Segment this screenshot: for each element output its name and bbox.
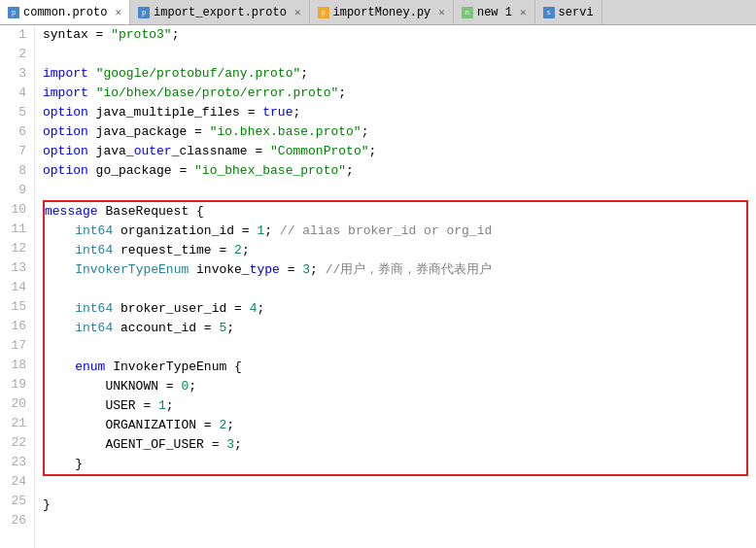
line-num-25: 25	[4, 492, 26, 511]
code-line-26	[43, 515, 748, 534]
line-num-1: 1	[4, 25, 26, 45]
line-num-6: 6	[4, 122, 26, 142]
line-num-16: 16	[4, 317, 26, 336]
tab-close-importmoney[interactable]: ✕	[438, 6, 445, 18]
code-line-1: syntax = "proto3";	[43, 25, 748, 45]
editor-body: 1 2 3 4 5 6 7 8 9 10 11 12 13 14 15 16 1…	[0, 25, 756, 548]
line-num-7: 7	[4, 142, 26, 161]
code-line-18: enum InvokerTypeEnum {	[45, 358, 746, 377]
line-num-13: 13	[4, 258, 26, 278]
line-num-15: 15	[4, 297, 26, 317]
tab-label-new1: new 1	[477, 6, 512, 19]
line-num-12: 12	[4, 239, 26, 258]
line-num-10: 10	[4, 200, 26, 220]
code-line-15: int64 broker_user_id = 4;	[45, 299, 746, 319]
tab-import-export-proto[interactable]: p import_export.proto ✕	[130, 0, 309, 25]
line-num-9: 9	[4, 181, 26, 200]
code-line-21: ORGANIZATION = 2;	[45, 416, 746, 435]
tab-common-proto[interactable]: p common.proto ✕	[0, 0, 130, 25]
py-file-icon: p	[318, 7, 329, 18]
code-line-5: option java_multiple_files = true;	[43, 103, 748, 122]
code-line-17	[45, 338, 746, 358]
line-num-14: 14	[4, 278, 26, 297]
line-num-23: 23	[4, 453, 26, 472]
tab-label-importmoney: importMoney.py	[333, 6, 431, 19]
tab-label-common-proto: common.proto	[23, 6, 107, 19]
code-line-10: message BaseRequest {	[45, 202, 746, 222]
line-num-21: 21	[4, 414, 26, 433]
line-num-19: 19	[4, 375, 26, 394]
proto-file-icon-2: p	[138, 7, 150, 18]
code-line-19: UNKNOWN = 0;	[45, 377, 746, 396]
editor-window: p common.proto ✕ p import_export.proto ✕…	[0, 0, 756, 548]
line-num-22: 22	[4, 433, 26, 453]
serv-file-icon: s	[543, 7, 555, 18]
line-num-17: 17	[4, 336, 26, 356]
proto-file-icon: p	[8, 7, 19, 18]
code-area[interactable]: syntax = "proto3"; import "google/protob…	[35, 25, 756, 548]
code-line-7: option java_outer_classname = "CommonPro…	[43, 142, 748, 161]
code-line-14	[45, 280, 746, 299]
tab-label-import-export: import_export.proto	[154, 6, 287, 19]
code-line-6: option java_package = "io.bhex.base.prot…	[43, 122, 748, 142]
line-num-3: 3	[4, 64, 26, 84]
line-num-24: 24	[4, 472, 26, 492]
line-num-18: 18	[4, 356, 26, 375]
code-line-12: int64 request_time = 2;	[45, 241, 746, 260]
code-line-22: AGENT_OF_USER = 3;	[45, 435, 746, 455]
tab-servi[interactable]: s servi	[535, 0, 602, 25]
code-line-11: int64 organization_id = 1; // alias brok…	[45, 222, 746, 241]
tab-bar: p common.proto ✕ p import_export.proto ✕…	[0, 0, 756, 25]
code-line-9	[43, 181, 748, 200]
tab-close-import-export[interactable]: ✕	[294, 6, 301, 18]
code-line-4: import "io/bhex/base/proto/error.proto";	[43, 84, 748, 103]
line-num-20: 20	[4, 394, 26, 414]
code-line-25: }	[43, 496, 748, 515]
code-line-2	[43, 45, 748, 64]
line-num-4: 4	[4, 84, 26, 103]
tab-close-common-proto[interactable]: ✕	[115, 6, 121, 18]
code-line-3: import "google/protobuf/any.proto";	[43, 64, 748, 84]
line-num-26: 26	[4, 511, 26, 531]
new-file-icon: n	[462, 7, 473, 18]
code-line-13: InvokerTypeEnum invoke_type = 3; //用户，券商…	[45, 260, 746, 280]
tab-importmoney[interactable]: p importMoney.py ✕	[310, 0, 454, 25]
line-num-11: 11	[4, 220, 26, 239]
tab-close-new1[interactable]: ✕	[520, 6, 527, 18]
tab-new1[interactable]: n new 1 ✕	[454, 0, 535, 25]
line-numbers: 1 2 3 4 5 6 7 8 9 10 11 12 13 14 15 16 1…	[0, 25, 35, 548]
code-line-16: int64 account_id = 5;	[45, 319, 746, 338]
line-num-5: 5	[4, 103, 26, 122]
tab-label-servi: servi	[559, 6, 594, 19]
code-line-8: option go_package = "io_bhex_base_proto"…	[43, 161, 748, 181]
code-line-23: }	[45, 455, 746, 474]
red-highlight-box: message BaseRequest { int64 organization…	[43, 200, 748, 476]
code-line-20: USER = 1;	[45, 396, 746, 416]
line-num-8: 8	[4, 161, 26, 181]
line-num-2: 2	[4, 45, 26, 64]
code-line-24	[43, 476, 748, 496]
